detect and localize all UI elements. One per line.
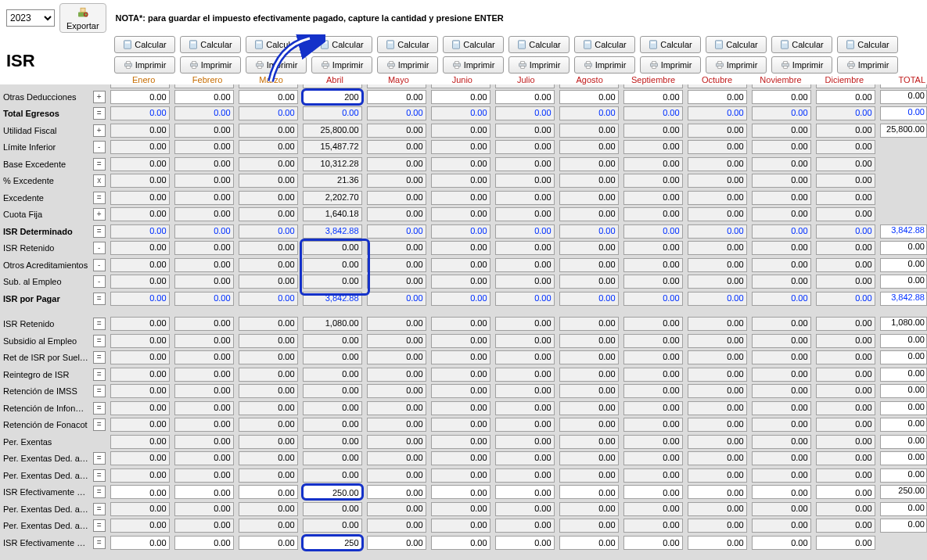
imprimir-button-abril[interactable]: Imprimir [311,56,372,74]
input-isr-ef-pagado2-agosto[interactable] [560,537,616,549]
input-otras-deducciones-diciembre[interactable] [817,92,872,103]
imprimir-button-noviembre[interactable]: Imprimir [771,56,832,74]
input-isr-ef-pagado2-septiembre[interactable] [624,537,680,549]
cell-otras-deducciones-febrero[interactable] [174,90,234,104]
input-otras-deducciones-agosto[interactable] [560,92,616,103]
imprimir-button-enero[interactable]: Imprimir [114,56,175,74]
cell-isr-ef-pagado2-julio[interactable] [495,536,555,550]
calcular-button-febrero[interactable]: Calcular [180,36,241,53]
cell-isr-ef-pagado2-marzo[interactable] [239,536,298,550]
cell-isr-ef-pagado2-octubre[interactable] [688,536,747,550]
input-otras-deducciones-mayo[interactable] [368,92,423,103]
cell-isr-ef-pagado2-enero[interactable] [110,536,170,550]
input-otras-deducciones-noviembre[interactable] [753,92,808,103]
calcular-button-enero[interactable]: Calcular [114,36,175,53]
cell-isr-ef-pagado-septiembre[interactable] [623,485,683,499]
cell-isr-ef-pagado2-abril[interactable] [303,536,362,550]
cell-otras-deducciones-junio[interactable] [431,90,490,104]
cell-isr-ef-pagado-julio[interactable] [495,485,555,499]
input-isr-ef-pagado2-mayo[interactable] [368,537,423,549]
input-isr-ef-pagado2-octubre[interactable] [688,537,744,549]
imprimir-button-agosto[interactable]: Imprimir [574,56,635,74]
input-otras-deducciones-julio[interactable] [496,92,552,103]
cell-otras-deducciones-octubre[interactable] [688,90,747,104]
input-isr-ef-pagado-abril[interactable] [304,486,359,498]
input-isr-ef-pagado-agosto[interactable] [560,486,616,498]
input-isr-ef-pagado2-abril[interactable] [304,537,359,549]
input-otras-deducciones-enero[interactable] [111,92,167,103]
input-isr-ef-pagado-febrero[interactable] [175,486,231,498]
cell-isr-ef-pagado2-febrero[interactable] [174,536,234,550]
cell-otras-deducciones-enero[interactable] [110,90,170,104]
input-isr-ef-pagado-junio[interactable] [432,486,487,498]
cell-isr-ef-pagado-octubre[interactable] [688,485,747,499]
cell-isr-ef-pagado-junio[interactable] [431,485,490,499]
input-otras-deducciones-abril[interactable] [304,92,359,103]
imprimir-button-julio[interactable]: Imprimir [508,56,569,74]
input-isr-ef-pagado2-marzo[interactable] [239,537,295,549]
cell-isr-ef-pagado-diciembre[interactable] [816,485,875,499]
cell-isr-ef-pagado2-noviembre[interactable] [752,536,811,550]
calcular-button-octubre[interactable]: Calcular [706,36,767,53]
cell-isr-ef-pagado2-agosto[interactable] [559,536,619,550]
input-otras-deducciones-febrero[interactable] [175,92,231,103]
calcular-button-septiembre[interactable]: Calcular [640,36,701,53]
calcular-button-mayo[interactable]: Calcular [377,36,438,53]
calcular-button-noviembre[interactable]: Calcular [771,36,832,53]
input-otras-deducciones-junio[interactable] [432,92,487,103]
imprimir-button-diciembre[interactable]: Imprimir [837,56,898,74]
cell-isr-ef-pagado-abril[interactable] [303,485,362,499]
input-isr-ef-pagado2-enero[interactable] [111,537,167,549]
calcular-button-junio[interactable]: Calcular [443,36,504,53]
input-isr-ef-pagado2-febrero[interactable] [175,537,231,549]
cell-isr-ef-pagado2-septiembre[interactable] [623,536,683,550]
cell-otras-deducciones-diciembre[interactable] [816,90,875,104]
imprimir-button-marzo[interactable]: Imprimir [246,56,307,74]
calcular-button-diciembre[interactable]: Calcular [837,36,898,53]
imprimir-button-junio[interactable]: Imprimir [443,56,504,74]
cell-otras-deducciones-marzo[interactable] [239,90,298,104]
cell-isr-ef-pagado-marzo[interactable] [239,485,298,499]
calcular-button-abril[interactable]: Calcular [311,36,372,53]
month-header-abril: Abril [305,75,364,84]
export-button[interactable]: Exportar [59,3,106,33]
input-isr-ef-pagado2-noviembre[interactable] [753,537,808,549]
input-otras-deducciones-septiembre[interactable] [624,92,680,103]
imprimir-button-octubre[interactable]: Imprimir [706,56,767,74]
cell-isr-ef-pagado-febrero[interactable] [174,485,234,499]
input-isr-ef-pagado-marzo[interactable] [239,486,295,498]
cell-isr-ef-pagado2-mayo[interactable] [367,536,426,550]
calcular-button-agosto[interactable]: Calcular [574,36,635,53]
input-isr-ef-pagado-julio[interactable] [496,486,552,498]
imprimir-button-febrero[interactable]: Imprimir [180,56,241,74]
input-otras-deducciones-octubre[interactable] [688,92,744,103]
input-isr-ef-pagado-octubre[interactable] [688,486,744,498]
cell-otras-deducciones-agosto[interactable] [559,90,619,104]
cell-isr-ef-pagado-enero[interactable] [110,485,170,499]
calcular-button-julio[interactable]: Calcular [508,36,569,53]
input-isr-ef-pagado-mayo[interactable] [368,486,423,498]
input-otras-deducciones-marzo[interactable] [239,92,295,103]
input-isr-ef-pagado2-junio[interactable] [432,537,487,549]
input-isr-ef-pagado2-diciembre[interactable] [817,537,872,549]
input-isr-ef-pagado2-julio[interactable] [496,537,552,549]
cell-otras-deducciones-noviembre[interactable] [752,90,811,104]
cell-otras-deducciones-abril[interactable] [303,90,362,104]
cell-otras-deducciones-julio[interactable] [495,90,555,104]
cell-isr-ef-pagado-agosto[interactable] [559,485,619,499]
input-isr-ef-pagado-septiembre[interactable] [624,486,680,498]
cell-isr-ef-pagado2-diciembre[interactable] [816,536,875,550]
calcular-button-marzo[interactable]: Calcular [246,36,307,53]
cell-isr-pagar-abril: 3,842.88 [303,292,362,306]
input-isr-ef-pagado-diciembre[interactable] [817,486,872,498]
imprimir-button-septiembre[interactable]: Imprimir [640,56,701,74]
cell-isr-ef-pagado-noviembre[interactable] [752,485,811,499]
imprimir-button-mayo[interactable]: Imprimir [377,56,438,74]
cell-otras-deducciones-mayo[interactable] [367,90,426,104]
year-select[interactable]: 2023 [6,9,55,27]
input-isr-ef-pagado-noviembre[interactable] [753,486,808,498]
cell-isr-ef-pagado-mayo[interactable] [367,485,426,499]
cell-otras-deducciones-septiembre[interactable] [623,90,683,104]
cell-isr-ef-pagado2-junio[interactable] [431,536,490,550]
input-isr-ef-pagado-enero[interactable] [111,486,167,498]
